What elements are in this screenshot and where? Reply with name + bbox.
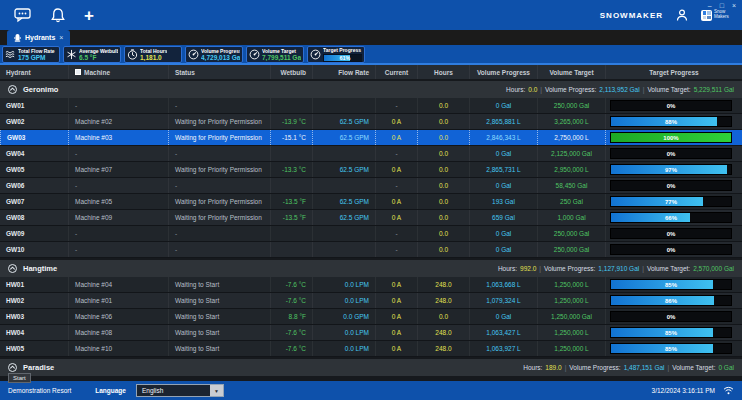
hydrant-row-GW01[interactable]: GW01---0.00 Gal250,000 Gal0% [0,98,742,114]
hydrant-row-GW08[interactable]: GW08Machine #09Waiting for Priority Perm… [0,210,742,226]
hydrant-row-GW10[interactable]: GW10---0.00 Gal250,000 Gal0% [0,242,742,258]
tab-label: Hydrants [25,34,55,41]
hydrant-cell: HW05 [0,341,68,356]
summary-volume-target-label: Volume Target: [647,265,690,272]
target-progress-cell: 100% [605,130,742,145]
notifications-bell-icon[interactable] [50,7,66,24]
section-header-paradise[interactable]: ParadiseHours:189.0|Volume Progress:1,48… [0,359,742,376]
flow-rate-cell: 62.5 GPM [312,114,375,129]
stat-value: 6.5 °F [79,54,118,61]
volume-progress-cell: 2,846,343 L [469,130,537,145]
hydrant-row-GW04[interactable]: GW04---0.00 Gal2,125,000 Gal0% [0,146,742,162]
status-cell: - [168,242,270,257]
volume-progress-cell: 2,865,881 L [469,114,537,129]
column-header-hours[interactable]: Hours [417,65,469,79]
language-label: Language [95,387,126,394]
stat-card-total-hours: Total Hours1,181.0 [124,46,182,63]
machine-cell: Machine #07 [68,162,168,177]
hydrant-row-GW09[interactable]: GW09---0.00 Gal250,000 Gal0% [0,226,742,242]
section-header-hangtime[interactable]: HangtimeHours:992.0|Volume Progress:1,12… [0,260,742,277]
hydrant-row-GW03[interactable]: GW03Machine #03Waiting for Priority Perm… [0,130,742,146]
column-header-status[interactable]: Status [168,65,270,79]
column-header-volume-target[interactable]: Volume Target [537,65,605,79]
hydrant-cell: GW07 [0,194,68,209]
flow-rate-cell: 62.5 GPM [312,130,375,145]
summary-volume-progress-value: 1,127,910 Gal [598,265,639,272]
column-header-target-progress[interactable]: Target Progress [605,65,742,79]
current-cell: 0 A [375,210,417,225]
current-cell: 0 A [375,162,417,177]
summary-hours-label: Hours: [523,364,542,371]
section-name: Paradise [23,363,54,372]
flow-rate-cell: 0.0 GPM [312,309,375,324]
collapse-circle-icon[interactable] [8,264,17,273]
hours-cell: 248.0 [417,341,469,356]
stat-card-total-flow-rate: Total Flow Rate175 GPM [2,46,60,63]
hydrant-row-GW07[interactable]: GW07Machine #05Waiting for Priority Perm… [0,194,742,210]
checkbox-icon[interactable] [75,69,81,75]
user-profile-icon[interactable] [675,8,689,22]
current-cell: 0 A [375,277,417,292]
volume-target-cell: 58,450 Gal [537,178,605,193]
volume-target-cell: 250,000 Gal [537,226,605,241]
column-header-hydrant[interactable]: Hydrant [0,65,68,79]
machine-cell: Machine #03 [68,130,168,145]
hydrant-row-HW01[interactable]: HW01Machine #04Waiting to Start-7.6 °C0.… [0,277,742,293]
machine-cell: Machine #08 [68,325,168,340]
hydrant-row-GW05[interactable]: GW05Machine #07Waiting for Priority Perm… [0,162,742,178]
add-button[interactable]: + [84,7,94,24]
progress-bar: 0% [610,244,732,255]
close-button[interactable]: × [732,2,736,9]
wetbulb-cell [270,178,312,193]
progress-bar: 77% [610,196,732,207]
flow-rate-cell: 0.0 LPM [312,277,375,292]
stat-value: 4,729,013 Gal [201,54,240,61]
hydrant-row-HW05[interactable]: HW05Machine #10Waiting to Start-7.6 °C0.… [0,341,742,357]
progress-bar: 97% [610,164,732,175]
hours-cell: 248.0 [417,325,469,340]
column-header-wetbulb[interactable]: Wetbulb [270,65,312,79]
progress-percent-label: 85% [611,344,731,353]
hydrant-cell: HW04 [0,325,68,340]
minimize-button[interactable]: – [708,2,712,9]
progress-bar: 0% [610,100,732,111]
volume-target-cell: 1,250,000 Gal [537,309,605,324]
volume-target-cell: 1,250,000 L [537,293,605,308]
maximize-button[interactable]: □ [720,2,724,9]
summary-hours-value: 0.0 [528,86,537,93]
progress-percent-label: 0% [611,245,731,254]
hydrant-row-HW02[interactable]: HW02Machine #01Waiting to Start-7.6 °C0.… [0,293,742,309]
clock-icon [127,49,138,60]
collapse-circle-icon[interactable] [8,363,17,372]
section-header-geronimo[interactable]: GeronimoHours:0.0|Volume Progress:2,113,… [0,81,742,98]
progress-bar: 85% [610,279,732,290]
language-select[interactable]: English ▼ [136,384,224,397]
status-cell: Waiting for Priority Permission [168,210,270,225]
messages-icon[interactable] [14,7,32,23]
target-progress-cell: 85% [605,325,742,340]
hours-cell: 0.0 [417,114,469,129]
hydrant-row-HW04[interactable]: HW04Machine #08Waiting to Start-7.6 °C0.… [0,325,742,341]
titlebar-right: SNOWMAKER SnowMakers [600,8,736,22]
hydrant-row-GW02[interactable]: GW02Machine #02Waiting for Priority Perm… [0,114,742,130]
column-header-volume-progress[interactable]: Volume Progress [469,65,537,79]
collapse-circle-icon[interactable] [8,85,17,94]
summary-volume-progress-label: Volume Progress: [545,86,596,93]
flow-rate-cell: 62.5 GPM [312,210,375,225]
current-cell: 0 A [375,309,417,324]
hydrant-row-HW03[interactable]: HW03Machine #06Waiting to Start8.8 °F0.0… [0,309,742,325]
hours-cell: 0.0 [417,146,469,161]
tab-hydrants[interactable]: Hydrants × [7,30,70,45]
volume-progress-cell: 0 Gal [469,98,537,113]
column-header-current[interactable]: Current [375,65,417,79]
hydrant-row-GW06[interactable]: GW06---0.00 Gal58,450 Gal0% [0,178,742,194]
progress-bar: 88% [610,116,732,127]
column-header-flow-rate[interactable]: Flow Rate [312,65,375,79]
column-header-machine[interactable]: Machine [68,65,168,79]
current-cell: - [375,146,417,161]
hours-cell: 248.0 [417,277,469,292]
column-header-label: Target Progress [649,69,698,76]
wetbulb-cell: 8.8 °F [270,309,312,324]
current-cell: 0 A [375,194,417,209]
tab-close-icon[interactable]: × [59,34,63,41]
